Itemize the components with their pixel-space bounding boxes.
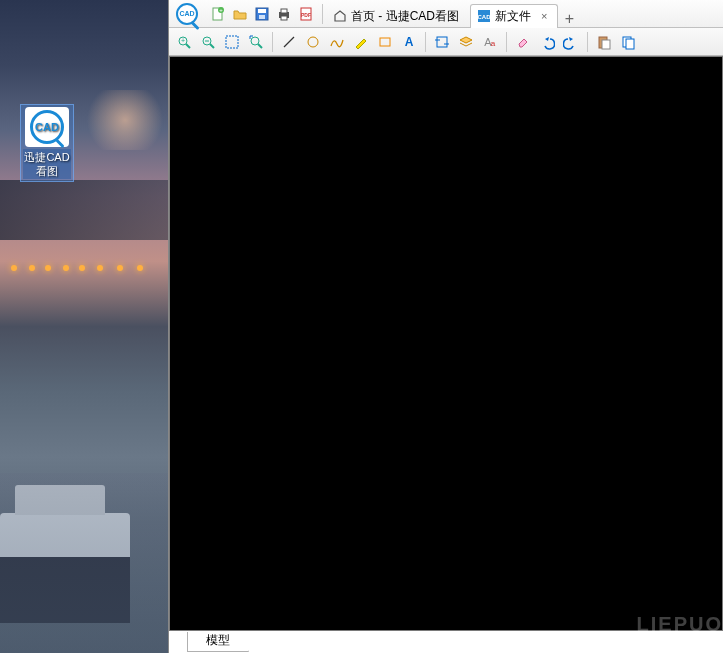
desktop-shortcut-cad-viewer[interactable]: CAD 迅捷CAD看图 [20, 104, 74, 182]
svg-point-23 [308, 37, 318, 47]
tab-home[interactable]: 首页 - 迅捷CAD看图 [326, 4, 470, 28]
highlight-tool[interactable] [350, 31, 372, 53]
line-tool[interactable] [278, 31, 300, 53]
svg-line-17 [210, 44, 214, 48]
svg-rect-7 [281, 9, 287, 13]
print-button[interactable] [275, 5, 293, 23]
cad-app-icon: CAD [25, 107, 69, 147]
svg-rect-5 [259, 15, 265, 19]
zoom-window-button[interactable] [221, 31, 243, 53]
main-toolbar: + A Aa [169, 28, 723, 56]
save-button[interactable] [253, 5, 271, 23]
svg-rect-4 [258, 9, 266, 13]
zoom-extents-button[interactable] [245, 31, 267, 53]
polyline-tool[interactable] [326, 31, 348, 53]
title-bar: CAD + PDF 首页 - [169, 0, 723, 28]
document-tabs: 首页 - 迅捷CAD看图 CAD 新文件 × + [326, 0, 723, 28]
rectangle-tool[interactable] [374, 31, 396, 53]
copy-button[interactable] [617, 31, 639, 53]
svg-text:+: + [181, 37, 185, 44]
paste-button[interactable] [593, 31, 615, 53]
export-pdf-button[interactable]: PDF [297, 5, 315, 23]
watermark: LIEPUO 下载 [637, 613, 723, 649]
desktop-shortcut-label: 迅捷CAD看图 [23, 149, 71, 179]
desktop-wallpaper: CAD 迅捷CAD看图 [0, 0, 168, 653]
zoom-out-button[interactable] [197, 31, 219, 53]
svg-rect-24 [380, 38, 390, 46]
svg-rect-26 [437, 37, 447, 47]
layer-button[interactable] [455, 31, 477, 53]
zoom-in-button[interactable]: + [173, 31, 195, 53]
svg-line-21 [258, 44, 262, 48]
text-style-button[interactable]: Aa [479, 31, 501, 53]
tab-label: 新文件 [495, 8, 531, 25]
new-file-button[interactable]: + [209, 5, 227, 23]
tab-new-file[interactable]: CAD 新文件 × [470, 4, 558, 28]
cad-doc-icon: CAD [477, 9, 491, 23]
app-icon: CAD [173, 0, 201, 28]
svg-text:A: A [405, 35, 414, 49]
open-file-button[interactable] [231, 5, 249, 23]
tab-close-button[interactable]: × [541, 10, 547, 22]
svg-text:+: + [219, 7, 223, 13]
cad-viewer-window: CAD + PDF 首页 - [168, 0, 723, 653]
svg-text:CAD: CAD [478, 14, 492, 20]
tab-label: 首页 - 迅捷CAD看图 [351, 8, 459, 25]
drawing-canvas[interactable] [169, 56, 723, 631]
circle-tool[interactable] [302, 31, 324, 53]
new-tab-button[interactable]: + [558, 10, 580, 28]
svg-rect-34 [626, 39, 634, 49]
svg-text:PDF: PDF [301, 12, 311, 18]
svg-rect-8 [281, 16, 287, 20]
svg-line-14 [186, 44, 190, 48]
svg-text:a: a [491, 39, 496, 48]
svg-line-22 [284, 37, 294, 47]
undo-button[interactable] [536, 31, 558, 53]
redo-button[interactable] [560, 31, 582, 53]
crop-tool[interactable] [431, 31, 453, 53]
svg-point-20 [251, 37, 259, 45]
svg-rect-19 [226, 36, 238, 48]
quick-access-toolbar: + PDF [205, 5, 319, 23]
model-tab[interactable]: 模型 [187, 632, 249, 652]
text-tool[interactable]: A [398, 31, 420, 53]
svg-rect-32 [602, 40, 610, 49]
eraser-tool[interactable] [512, 31, 534, 53]
home-icon [333, 9, 347, 23]
